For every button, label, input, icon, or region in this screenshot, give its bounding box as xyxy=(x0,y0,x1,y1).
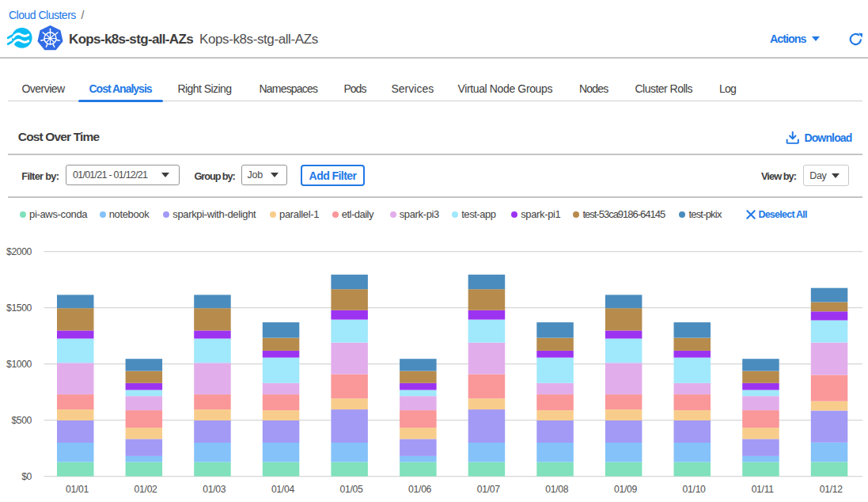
svg-text:$1500: $1500 xyxy=(6,302,32,314)
svg-text:01/06: 01/06 xyxy=(408,484,432,495)
svg-text:01/09: 01/09 xyxy=(614,484,638,495)
svg-text:01/02: 01/02 xyxy=(135,484,158,495)
svg-text:01/03: 01/03 xyxy=(203,484,226,495)
svg-text:$500: $500 xyxy=(11,415,32,426)
svg-text:$2000: $2000 xyxy=(6,246,32,257)
svg-text:01/10: 01/10 xyxy=(683,484,707,495)
svg-text:01/05: 01/05 xyxy=(340,484,364,495)
svg-text:01/07: 01/07 xyxy=(477,484,501,495)
svg-text:01/11: 01/11 xyxy=(752,484,775,495)
svg-text:01/12: 01/12 xyxy=(820,484,843,495)
svg-text:01/08: 01/08 xyxy=(545,484,569,495)
svg-text:$1000: $1000 xyxy=(6,359,32,370)
svg-text:$0: $0 xyxy=(21,471,32,482)
svg-text:01/01: 01/01 xyxy=(66,484,89,495)
svg-text:01/04: 01/04 xyxy=(271,484,295,495)
